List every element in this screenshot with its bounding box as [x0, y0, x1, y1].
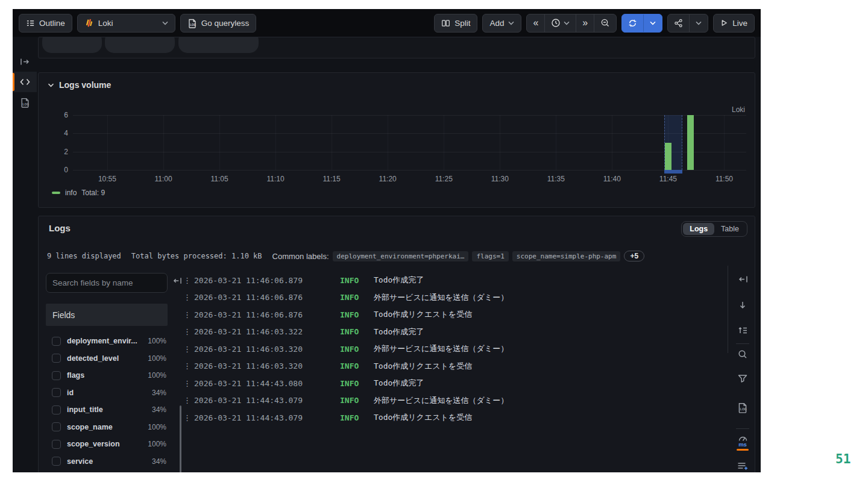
volume-bar[interactable]: [687, 115, 694, 170]
field-percentage: 100%: [148, 354, 166, 363]
field-row[interactable]: service 34%: [46, 453, 168, 471]
share-icon: [674, 19, 683, 28]
field-row[interactable]: scope_name 100%: [46, 419, 168, 436]
share-dropdown[interactable]: [689, 14, 708, 32]
field-checkbox[interactable]: [52, 337, 61, 346]
query-option-pill[interactable]: [42, 37, 102, 53]
split-label: Split: [454, 19, 470, 28]
scroll-to-line-icon[interactable]: [734, 275, 752, 284]
chevron-down-icon: [162, 21, 168, 25]
log-rows-list: ⋮ 2026-03-21 11:46:06.879 INFO Todo作成完了 …: [183, 272, 735, 427]
field-checkbox[interactable]: [52, 422, 61, 431]
datasource-picker[interactable]: Loki: [77, 14, 175, 33]
log-details-icon[interactable]: LOG: [734, 402, 752, 413]
log-timestamp: 2026-03-21 11:44:43.079: [194, 413, 340, 422]
legend-series-swatch: [52, 192, 60, 194]
log-row-menu-icon[interactable]: ⋮: [183, 361, 194, 371]
fields-scrollbar[interactable]: [180, 405, 181, 472]
legend-series-label: info: [65, 189, 77, 197]
log-row[interactable]: ⋮ 2026-03-21 11:46:06.876 INFO Todo作成リクエ…: [183, 306, 735, 324]
time-range-picker[interactable]: [544, 14, 576, 32]
code-brackets-icon: [20, 78, 30, 86]
sort-order-icon[interactable]: [734, 326, 752, 335]
logs-panel: Logs Logs Table 9 lines displayed Total …: [38, 216, 755, 472]
field-row[interactable]: detected_level 100%: [46, 350, 168, 368]
logs-view-tab[interactable]: LOG: [13, 92, 37, 113]
field-percentage: 100%: [148, 440, 166, 448]
gridline: [612, 115, 612, 170]
log-row[interactable]: ⋮ 2026-03-21 11:46:03.322 INFO Todo作成完了: [183, 324, 735, 341]
explore-toolbar: Outline Loki LOG Go queryless Split Add …: [13, 9, 761, 37]
field-checkbox[interactable]: [52, 371, 61, 380]
gridline: [107, 115, 108, 170]
field-row[interactable]: input_title 34%: [46, 401, 168, 419]
search-icon[interactable]: [734, 349, 752, 359]
refresh-button[interactable]: [622, 14, 643, 32]
filter-icon[interactable]: [734, 374, 752, 383]
search-fields-input[interactable]: [46, 273, 168, 293]
logs-volume-header[interactable]: Logs volume: [48, 80, 111, 90]
field-percentage: 100%: [148, 371, 166, 380]
outline-button[interactable]: Outline: [19, 14, 72, 33]
field-row[interactable]: scope_version 100%: [46, 436, 168, 453]
log-row[interactable]: ⋮ 2026-03-21 11:46:06.879 INFO Todo作成完了: [183, 272, 735, 289]
query-editor-tab[interactable]: [13, 72, 37, 92]
add-line-icon[interactable]: [734, 461, 752, 471]
time-shift-back-button[interactable]: «: [527, 14, 544, 32]
log-timestamp: 2026-03-21 11:46:06.876: [194, 293, 340, 302]
log-row-menu-icon[interactable]: ⋮: [183, 276, 194, 285]
log-row-menu-icon[interactable]: ⋮: [183, 345, 194, 354]
query-option-pill[interactable]: [105, 37, 175, 53]
expand-sidebar-button[interactable]: [13, 51, 37, 72]
log-row-menu-icon[interactable]: ⋮: [183, 293, 194, 302]
go-queryless-button[interactable]: LOG Go queryless: [180, 14, 257, 33]
split-button[interactable]: Split: [434, 14, 477, 33]
volume-bar[interactable]: [665, 143, 671, 170]
logs-meta-row: 9 lines displayed Total bytes processed:…: [47, 251, 644, 261]
gridline: [556, 115, 556, 170]
log-message: Todo作成完了: [374, 378, 424, 389]
field-checkbox[interactable]: [52, 354, 61, 363]
field-checkbox[interactable]: [52, 388, 61, 397]
field-checkbox[interactable]: [52, 440, 61, 449]
loki-logo-icon: [84, 18, 94, 28]
live-button[interactable]: Live: [713, 14, 755, 33]
log-level: INFO: [340, 310, 374, 319]
log-row[interactable]: ⋮ 2026-03-21 11:46:06.876 INFO 外部サービスに通知…: [183, 289, 735, 307]
arrow-to-right-icon: [20, 57, 30, 66]
outline-icon: [26, 19, 35, 28]
field-checkbox[interactable]: [52, 405, 61, 414]
log-row[interactable]: ⋮ 2026-03-21 11:44:43.080 INFO Todo作成完了: [183, 375, 735, 392]
explore-left-rail: LOG: [13, 37, 37, 472]
field-row[interactable]: flags 100%: [46, 367, 168, 384]
latency-ms-icon[interactable]: ms: [734, 436, 752, 451]
add-button[interactable]: Add: [482, 14, 521, 33]
log-row-menu-icon[interactable]: ⋮: [183, 310, 194, 319]
field-row[interactable]: deployment_envir... 100%: [46, 333, 168, 350]
log-row-menu-icon[interactable]: ⋮: [183, 413, 194, 422]
collapse-fields-icon[interactable]: [172, 277, 182, 285]
scroll-down-icon[interactable]: [734, 301, 752, 310]
log-row[interactable]: ⋮ 2026-03-21 11:44:43.079 INFO Todo作成リクエ…: [183, 409, 735, 427]
log-row[interactable]: ⋮ 2026-03-21 11:44:43.079 INFO 外部サービスに通知…: [183, 392, 735, 410]
field-row[interactable]: id 34%: [46, 384, 168, 402]
time-shift-forward-button[interactable]: »: [576, 14, 594, 32]
chart-legend[interactable]: info Total: 9: [52, 189, 105, 197]
log-level: INFO: [340, 293, 374, 302]
gridline: [388, 115, 388, 170]
log-row-menu-icon[interactable]: ⋮: [183, 396, 194, 405]
refresh-interval-dropdown[interactable]: [643, 14, 662, 32]
log-row[interactable]: ⋮ 2026-03-21 11:46:03.320 INFO Todo作成リクエ…: [183, 358, 735, 375]
log-list-scrollbar[interactable]: [728, 266, 728, 353]
log-row[interactable]: ⋮ 2026-03-21 11:46:03.320 INFO 外部サービスに通知…: [183, 340, 735, 358]
share-button[interactable]: [668, 14, 689, 32]
field-checkbox[interactable]: [52, 457, 61, 466]
log-row-menu-icon[interactable]: ⋮: [183, 327, 194, 336]
log-message: Todo作成完了: [374, 275, 424, 286]
query-option-pill[interactable]: [178, 37, 259, 53]
more-labels-badge[interactable]: +5: [624, 251, 644, 261]
logs-volume-plot[interactable]: 024610:5511:0011:0511:1011:1511:2011:251…: [73, 115, 746, 170]
toggle-logs-option[interactable]: Logs: [683, 223, 714, 235]
zoom-out-button[interactable]: [594, 14, 616, 32]
log-row-menu-icon[interactable]: ⋮: [183, 379, 194, 388]
